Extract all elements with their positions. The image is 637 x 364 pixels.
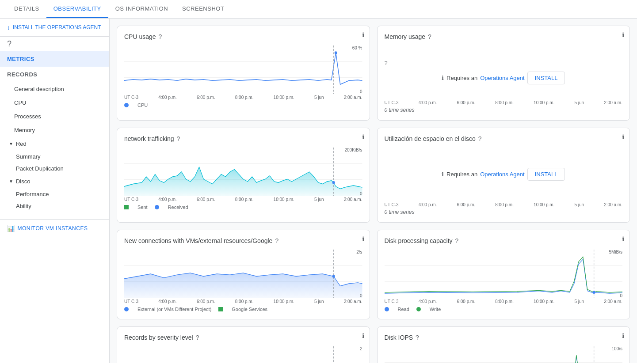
svg-point-17: [592, 291, 595, 294]
cpu-y-bottom: 0: [360, 89, 362, 94]
tab-screenshot[interactable]: SCREENSHOT: [175, 0, 231, 18]
nav-performance[interactable]: Performance: [0, 188, 109, 200]
disk-processing-chart-area: 5MiB/s 0: [385, 250, 623, 298]
disk-iops-info-icon[interactable]: ℹ: [622, 332, 624, 339]
disk-iops-title: Disk IOPS: [385, 334, 413, 341]
sidebar: ↓ INSTALL THE OPERATIONS AGENT ? METRICS…: [0, 19, 110, 363]
new-connections-info-icon[interactable]: ℹ: [362, 235, 364, 243]
nav-summary[interactable]: Summary: [0, 151, 109, 163]
net-x-0: UT C-3: [124, 197, 138, 202]
svg-point-3: [335, 51, 337, 54]
mem-x-2: 6:00 p.m.: [457, 100, 475, 105]
disk-space-help-icon[interactable]: ?: [478, 135, 482, 142]
cpu-usage-info-icon[interactable]: ℹ: [362, 31, 364, 38]
records-section-btn[interactable]: RECORDS: [0, 67, 109, 82]
nav-packet-duplication[interactable]: Packet Duplication: [0, 163, 109, 174]
memory-info-icon[interactable]: ℹ: [622, 31, 624, 38]
conn-x-0: UT C-3: [124, 299, 138, 304]
conn-google-label: Google Services: [232, 307, 267, 312]
mem-x-6: 2:00 a.m.: [604, 100, 622, 105]
nav-general-description[interactable]: General description: [0, 82, 109, 96]
records-severity-help-icon[interactable]: ?: [196, 334, 199, 341]
dp-y-top: 5MiB/s: [609, 250, 622, 254]
dp-x-2: 6:00 p.m.: [457, 299, 475, 304]
dp-x-0: UT C-3: [385, 299, 399, 304]
records-severity-info-icon[interactable]: ℹ: [362, 332, 364, 339]
net-x-5: 5 jun: [314, 197, 324, 202]
mem-x-5: 5 jun: [574, 100, 584, 105]
triangle-down-icon: ▼: [9, 141, 13, 146]
ds-x-3: 8:00 p.m.: [495, 202, 514, 207]
nav-disco-group[interactable]: ▼ Disco: [0, 174, 109, 188]
dp-x-6: 2:00 a.m.: [604, 299, 622, 304]
disk-space-requires-agent: ℹ Requires an Operations Agent INSTALL: [385, 148, 623, 201]
dp-x-1: 4:00 p.m.: [419, 299, 437, 304]
cpu-chart-area: 60 % 0: [124, 46, 362, 94]
cpu-legend-dot: [124, 103, 129, 107]
cpu-usage-help-icon[interactable]: ?: [159, 33, 162, 40]
memory-agent-link[interactable]: Operations Agent: [480, 75, 524, 81]
network-help-icon[interactable]: ?: [177, 135, 180, 142]
net-x-3: 8:00 p.m.: [235, 197, 254, 202]
ds-x-0: UT C-3: [385, 202, 399, 207]
cpu-x-label-1: 4:00 p.m.: [158, 95, 177, 100]
nav-red-group[interactable]: ▼ Red: [0, 137, 109, 151]
content-area: CPU usage ? ℹ 60 % 0: [110, 19, 637, 363]
ds-x-5: 5 jun: [574, 202, 584, 207]
help-icon[interactable]: ?: [0, 37, 109, 51]
nav-cpu[interactable]: CPU: [0, 96, 109, 110]
disk-space-agent-link[interactable]: Operations Agent: [480, 171, 524, 178]
network-y-bottom: 0: [360, 191, 362, 196]
install-banner[interactable]: ↓ INSTALL THE OPERATIONS AGENT: [0, 19, 109, 37]
rec-y-top: 2: [360, 346, 362, 351]
conn-x-1: 4:00 p.m.: [158, 299, 177, 304]
net-x-4: 10:00 p.m.: [274, 197, 294, 202]
metrics-section-btn[interactable]: METRICS: [0, 51, 109, 67]
nav-ability-label: Ability: [16, 203, 31, 209]
network-info-icon[interactable]: ℹ: [362, 133, 364, 140]
disk-processing-info-icon[interactable]: ℹ: [622, 235, 624, 243]
cpu-usage-card: CPU usage ? ℹ 60 % 0: [117, 26, 370, 121]
nav-processes[interactable]: Processes: [0, 110, 109, 123]
disk-iops-card: Disk IOPS ? ℹ 100/s 0 UT C-3 4:00 p.m.: [377, 326, 630, 363]
cpu-x-label-5: 5 jun: [314, 95, 324, 100]
tab-details[interactable]: DETAILS: [7, 0, 46, 18]
cpu-legend-label: CPU: [137, 102, 148, 108]
disk-space-install-btn[interactable]: INSTALL: [527, 168, 565, 181]
disk-processing-help-icon[interactable]: ?: [455, 237, 459, 244]
net-recv-label: Received: [168, 205, 188, 210]
net-sent-label: Sent: [137, 205, 148, 210]
mem-x-3: 8:00 p.m.: [495, 100, 514, 105]
disk-iops-help-icon[interactable]: ?: [416, 334, 419, 341]
dp-y-bottom: 0: [620, 293, 622, 298]
net-x-6: 2:00 a.m.: [344, 197, 362, 202]
cpu-x-label-6: 2:00 a.m.: [344, 95, 362, 100]
memory-help-q[interactable]: ?: [385, 60, 388, 66]
disk-space-requires-text: Requires an: [446, 171, 477, 178]
tab-os-information[interactable]: OS INFORMATION: [108, 0, 175, 18]
monitor-vm-link[interactable]: 📊 MONITOR VM INSTANCES: [0, 219, 109, 237]
ds-x-2: 6:00 p.m.: [457, 202, 475, 207]
memory-help-icon[interactable]: ?: [428, 33, 431, 40]
net-recv-dot: [155, 205, 159, 209]
ds-x-1: 4:00 p.m.: [419, 202, 437, 207]
memory-info-icon2: ℹ: [442, 75, 444, 81]
nav-ability[interactable]: Ability: [0, 200, 109, 212]
connections-chart-area: 2/s 0: [124, 250, 362, 298]
conn-ext-label: External (or VMs Different Project): [137, 307, 211, 312]
nav-memory[interactable]: Memory: [0, 123, 109, 137]
network-y-top: 200KiB/s: [344, 148, 362, 152]
conn-google-square: [218, 307, 223, 311]
tab-observability[interactable]: OBSERVABILITY: [46, 0, 108, 18]
records-severity-card: Records by severity level ? ℹ 2 0 UT C-3…: [117, 326, 370, 363]
dp-read-label: Read: [398, 307, 409, 312]
mem-x-0: UT C-3: [385, 100, 399, 105]
mem-x-1: 4:00 p.m.: [419, 100, 437, 105]
conn-x-3: 8:00 p.m.: [235, 299, 254, 304]
nav-general-description-label: General description: [14, 86, 64, 92]
nav-disco-label: Disco: [16, 178, 31, 185]
memory-install-btn[interactable]: INSTALL: [527, 72, 565, 84]
svg-point-8: [332, 181, 335, 184]
disk-space-info-icon[interactable]: ℹ: [622, 133, 624, 140]
new-connections-help-icon[interactable]: ?: [275, 237, 278, 244]
